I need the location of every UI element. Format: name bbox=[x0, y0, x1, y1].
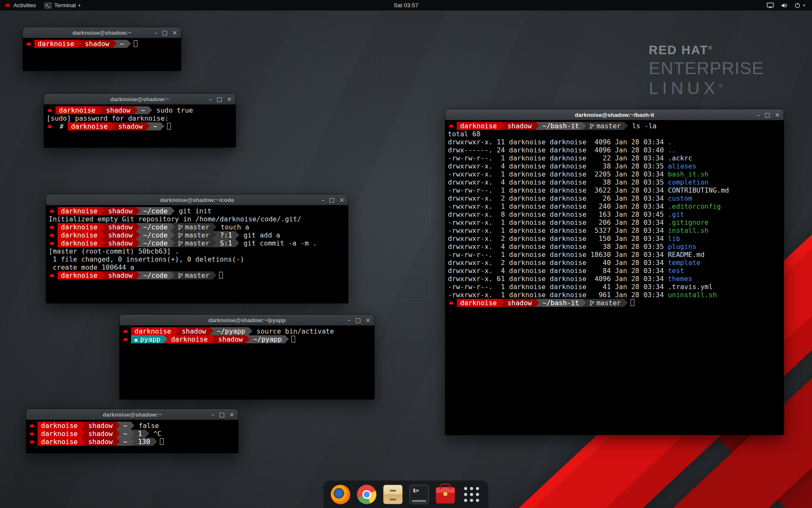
directory-name: template bbox=[668, 259, 700, 267]
terminal-line: darknoiseshadow~/bash-itmaster bbox=[448, 299, 784, 307]
dock-files[interactable] bbox=[382, 483, 404, 505]
terminal-line: darknoiseshadow~1 ^C bbox=[29, 430, 238, 438]
minimize-button[interactable]: – bbox=[211, 411, 214, 417]
app-menu-terminal[interactable]: >_ Terminal ▾ bbox=[40, 0, 85, 11]
close-button[interactable]: × bbox=[775, 112, 780, 118]
terminal-text: 1 file changed, 0 insertions(+), 0 delet… bbox=[49, 255, 244, 263]
minimize-button[interactable]: – bbox=[154, 30, 157, 36]
window-titlebar[interactable]: darknoise@shadow:~/bash-it–□× bbox=[445, 109, 784, 120]
window-titlebar[interactable]: darknoise@shadow:~–□× bbox=[44, 94, 236, 105]
prompt-segment-stat: 1 bbox=[134, 430, 145, 438]
terminal-line: -rw-rw-r--. 1 darknoise darknoise 18630 … bbox=[448, 251, 784, 259]
terminal-line: create mode 100644 a bbox=[49, 263, 348, 271]
window-controls: –□× bbox=[757, 109, 780, 120]
minimize-button[interactable]: – bbox=[348, 317, 351, 323]
dock-terminal[interactable] bbox=[408, 483, 430, 505]
powerline-separator bbox=[582, 122, 586, 130]
close-button[interactable]: × bbox=[365, 317, 370, 323]
powerline-separator bbox=[99, 106, 103, 114]
terminal-line: drwxrwxr-x. 61 darknoise darknoise 4096 … bbox=[448, 275, 784, 283]
terminal-line: total 68 bbox=[448, 130, 784, 138]
terminal-content[interactable]: darknoiseshadow~/pyapp source bin/activa… bbox=[120, 326, 374, 399]
powerline-separator bbox=[161, 122, 165, 130]
window-title: darknoise@shadow:~/pyapp bbox=[208, 317, 285, 323]
prompt-segment-user: darknoise bbox=[167, 335, 211, 343]
terminal-window-home-3[interactable]: darknoise@shadow:~–□×darknoiseshadow~ fa… bbox=[26, 409, 238, 453]
terminal-text: -rw-rw-r--. 1 darknoise darknoise 41 Jan… bbox=[448, 283, 713, 291]
redhat-prompt-icon bbox=[47, 122, 54, 130]
executable-name: uninstall.sh bbox=[668, 291, 717, 299]
maximize-button[interactable]: □ bbox=[355, 317, 361, 323]
powerline-separator bbox=[624, 299, 628, 307]
maximize-button[interactable]: □ bbox=[219, 411, 225, 417]
prompt-segment-git: master bbox=[586, 299, 624, 307]
terminal-line: drwxrwxr-x. 4 darknoise darknoise 38 Jan… bbox=[448, 243, 784, 251]
close-button[interactable]: × bbox=[172, 30, 177, 36]
prompt-segment-host: shadow bbox=[85, 422, 116, 430]
prompt-segment-path: ~/code bbox=[140, 239, 171, 247]
prompt-segment-host: shadow bbox=[105, 271, 136, 279]
powerline-separator bbox=[127, 40, 131, 48]
terminal-text: [sudo] password for darknoise: bbox=[47, 114, 169, 122]
terminal-text: git init bbox=[175, 207, 211, 215]
directory-name: aliases bbox=[668, 162, 696, 170]
prompt-segment-user: darknoise bbox=[34, 40, 78, 48]
terminal-text: -rwxrwxr-x. 1 darknoise darknoise 2205 J… bbox=[448, 170, 668, 178]
terminal-window-home-1[interactable]: darknoise@shadow:~–□×darknoiseshadow~ bbox=[23, 27, 181, 71]
volume-indicator[interactable] bbox=[777, 0, 791, 11]
redhat-prompt-icon bbox=[49, 207, 56, 215]
terminal-window-pyapp[interactable]: darknoise@shadow:~/pyapp–□×darknoiseshad… bbox=[120, 315, 374, 399]
chevron-down-icon: ▾ bbox=[78, 3, 80, 8]
terminal-cursor bbox=[160, 438, 164, 445]
window-titlebar[interactable]: darknoise@shadow:~/pyapp–□× bbox=[120, 315, 374, 326]
powerline-separator bbox=[81, 430, 85, 438]
terminal-content[interactable]: darknoiseshadow~ bbox=[23, 38, 181, 71]
powerline-separator bbox=[136, 231, 140, 239]
terminal-text: -rw-rw-r--. 1 darknoise darknoise 18630 … bbox=[448, 251, 705, 259]
terminal-window-home-2[interactable]: darknoise@shadow:~–□×darknoiseshadow~ su… bbox=[44, 94, 236, 147]
window-titlebar[interactable]: darknoise@shadow:~–□× bbox=[23, 27, 181, 38]
minimize-button[interactable]: – bbox=[209, 96, 212, 102]
power-menu[interactable]: ▾ bbox=[791, 0, 809, 11]
powerline-separator bbox=[116, 422, 120, 430]
clock[interactable]: Sat 03:57 bbox=[390, 0, 422, 11]
display-indicator[interactable] bbox=[763, 0, 777, 11]
maximize-button[interactable]: □ bbox=[329, 197, 335, 203]
terminal-cursor bbox=[631, 299, 634, 306]
terminal-content[interactable]: darknoiseshadow~/bash-itmaster ls -latot… bbox=[445, 120, 784, 435]
close-button[interactable]: × bbox=[229, 411, 234, 417]
close-button[interactable]: × bbox=[339, 197, 344, 203]
terminal-text: drwxrwxr-x. 4 darknoise darknoise 38 Jan… bbox=[448, 178, 668, 186]
dock-firefox[interactable] bbox=[329, 483, 351, 505]
prompt-segment-git: master bbox=[586, 122, 624, 130]
window-titlebar[interactable]: darknoise@shadow:~–□× bbox=[26, 409, 238, 420]
activities-button[interactable]: Activities bbox=[0, 0, 40, 11]
maximize-button[interactable]: □ bbox=[217, 96, 222, 102]
terminal-window-code[interactable]: darknoise@shadow:~/code–□×darknoiseshado… bbox=[46, 194, 348, 303]
top-bar: Activities >_ Terminal ▾ Sat 03:57 ▾ bbox=[0, 0, 812, 11]
terminal-content[interactable]: darknoiseshadow~ sudo true[sudo] passwor… bbox=[44, 105, 236, 147]
prompt-segment-path: ~ bbox=[120, 438, 131, 446]
minimize-button[interactable]: – bbox=[757, 112, 760, 118]
prompt-segment-user: darknoise bbox=[457, 299, 500, 307]
terminal-window-bash-it[interactable]: darknoise@shadow:~/bash-it–□×darknoisesh… bbox=[445, 109, 784, 435]
terminal-text: # bbox=[55, 122, 68, 130]
terminal-content[interactable]: darknoiseshadow~ falsedarknoiseshadow~1 … bbox=[26, 420, 238, 453]
dock-chrome[interactable] bbox=[356, 483, 378, 505]
terminal-text: false bbox=[134, 422, 159, 430]
maximize-button[interactable]: □ bbox=[765, 112, 770, 118]
terminal-content[interactable]: darknoiseshadow~/code git initInitialize… bbox=[46, 205, 348, 303]
window-titlebar[interactable]: darknoise@shadow:~/code–□× bbox=[46, 194, 348, 205]
dock-show-applications[interactable] bbox=[461, 483, 483, 505]
terminal-line: drwxrwxr-x. 2 darknoise darknoise 40 Jan… bbox=[448, 259, 784, 267]
powerline-separator bbox=[210, 327, 214, 335]
terminal-text: git add a bbox=[239, 231, 280, 239]
minimize-button[interactable]: – bbox=[321, 197, 324, 203]
prompt-segment-user: darknoise bbox=[58, 271, 101, 279]
powerline-separator bbox=[500, 122, 504, 130]
dock-software[interactable] bbox=[434, 483, 456, 505]
close-button[interactable]: × bbox=[227, 96, 232, 102]
prompt-segment-host: shadow bbox=[82, 40, 113, 48]
maximize-button[interactable]: □ bbox=[162, 30, 167, 36]
terminal-text: total 68 bbox=[448, 130, 480, 138]
